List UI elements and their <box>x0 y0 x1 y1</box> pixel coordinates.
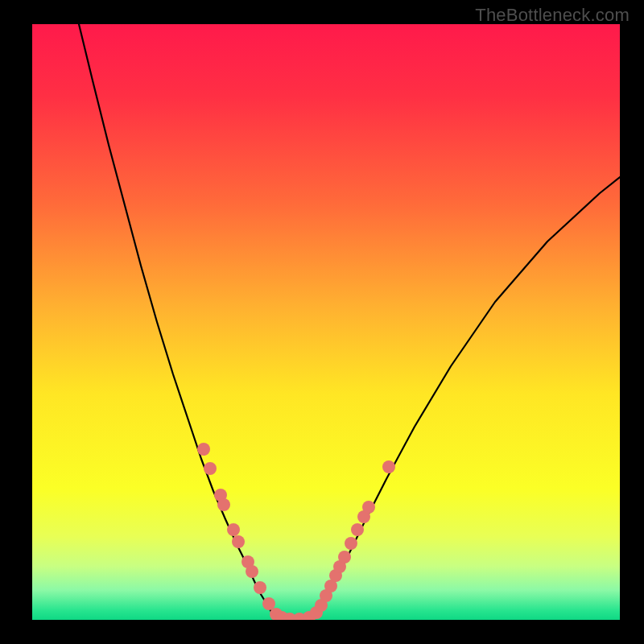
series-right-branch <box>314 177 620 616</box>
data-marker <box>382 460 395 473</box>
data-marker <box>232 535 245 548</box>
data-marker <box>351 523 364 536</box>
curve-layer <box>32 24 620 620</box>
watermark-text: TheBottleneck.com <box>475 5 630 26</box>
data-marker <box>204 462 217 475</box>
data-marker <box>338 551 351 564</box>
data-marker <box>197 443 210 456</box>
data-marker <box>362 501 375 514</box>
data-marker <box>345 537 357 550</box>
data-marker <box>262 597 275 610</box>
data-marker <box>246 565 258 578</box>
data-marker <box>227 523 240 536</box>
chart-frame: TheBottleneck.com <box>0 0 644 644</box>
data-marker <box>254 581 266 594</box>
data-marker <box>217 498 230 511</box>
series-left-branch <box>79 24 274 616</box>
plot-area <box>32 24 620 620</box>
